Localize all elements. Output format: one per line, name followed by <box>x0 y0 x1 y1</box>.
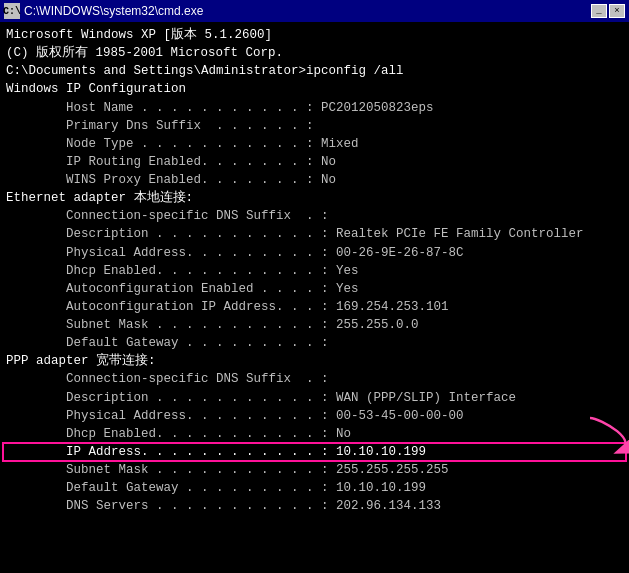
console-line: Host Name . . . . . . . . . . . : PC2012… <box>6 99 623 117</box>
console-line: Subnet Mask . . . . . . . . . . . : 255.… <box>6 461 623 479</box>
close-button[interactable]: × <box>609 4 625 18</box>
title-bar: C:\ C:\WINDOWS\system32\cmd.exe _ × <box>0 0 629 22</box>
console-line: Node Type . . . . . . . . . . . : Mixed <box>6 135 623 153</box>
console-line: Connection-specific DNS Suffix . : <box>6 370 623 388</box>
console-line: Windows IP Configuration <box>6 80 623 98</box>
highlighted-line-wrapper: IP Address. . . . . . . . . . . . : 10.1… <box>6 443 623 461</box>
console-line-highlighted: IP Address. . . . . . . . . . . . : 10.1… <box>6 443 623 461</box>
console-line: Physical Address. . . . . . . . . : 00-2… <box>6 244 623 262</box>
console-line: Connection-specific DNS Suffix . : <box>6 207 623 225</box>
console-line: C:\Documents and Settings\Administrator>… <box>6 62 623 80</box>
console-line: WINS Proxy Enabled. . . . . . . : No <box>6 171 623 189</box>
console-line: Primary Dns Suffix . . . . . . : <box>6 117 623 135</box>
cmd-icon: C:\ <box>4 3 20 19</box>
console-line: Autoconfiguration IP Address. . . : 169.… <box>6 298 623 316</box>
console-line: Dhcp Enabled. . . . . . . . . . . : Yes <box>6 262 623 280</box>
console-line: Description . . . . . . . . . . . : WAN … <box>6 389 623 407</box>
console-line: Subnet Mask . . . . . . . . . . . : 255.… <box>6 316 623 334</box>
console-line: Physical Address. . . . . . . . . : 00-5… <box>6 407 623 425</box>
console-line: DNS Servers . . . . . . . . . . . : 202.… <box>6 497 623 515</box>
console-output: Microsoft Windows XP [版本 5.1.2600](C) 版权… <box>0 22 629 573</box>
console-line: PPP adapter 宽带连接: <box>6 352 623 370</box>
console-line: Autoconfiguration Enabled . . . . : Yes <box>6 280 623 298</box>
console-line: Dhcp Enabled. . . . . . . . . . . : No <box>6 425 623 443</box>
console-line: Default Gateway . . . . . . . . . : 10.1… <box>6 479 623 497</box>
console-line: Default Gateway . . . . . . . . . : <box>6 334 623 352</box>
window-title: C:\WINDOWS\system32\cmd.exe <box>24 4 203 18</box>
console-line: Ethernet adapter 本地连接: <box>6 189 623 207</box>
title-bar-left: C:\ C:\WINDOWS\system32\cmd.exe <box>4 3 203 19</box>
console-line: (C) 版权所有 1985-2001 Microsoft Corp. <box>6 44 623 62</box>
console-line: IP Routing Enabled. . . . . . . : No <box>6 153 623 171</box>
minimize-button[interactable]: _ <box>591 4 607 18</box>
cmd-window: C:\ C:\WINDOWS\system32\cmd.exe _ × Micr… <box>0 0 629 573</box>
console-line: Description . . . . . . . . . . . : Real… <box>6 225 623 243</box>
console-line: Microsoft Windows XP [版本 5.1.2600] <box>6 26 623 44</box>
title-bar-buttons: _ × <box>591 4 625 18</box>
